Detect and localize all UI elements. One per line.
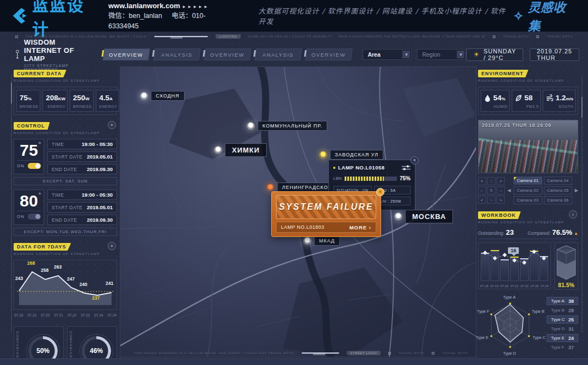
pan-up-button[interactable]: ↑ xyxy=(487,177,495,185)
camera-06-button[interactable]: Camera 06 xyxy=(544,196,572,204)
map-pin-kommunalny[interactable]: КОММУНАЛЬНЫЙ ПР. xyxy=(247,121,327,131)
reset-view-button[interactable]: ↻ xyxy=(487,186,495,194)
wind-icon xyxy=(546,94,553,102)
checkbox-icon xyxy=(388,352,391,355)
camera-02-button[interactable]: Camera 02 xyxy=(513,186,542,194)
type-radar-panel: Type A Type B Type C Type D Type E Type … xyxy=(478,295,578,356)
brightness-value: 75 xyxy=(17,141,41,161)
brightness-value-box: ☀ 80 ON xyxy=(14,190,44,225)
time-row[interactable]: TIME19:00 - 05:30 xyxy=(47,139,117,149)
inspiration-collect[interactable]: ✧ 灵感收集 xyxy=(513,0,576,34)
close-icon[interactable]: × xyxy=(376,188,384,196)
logo-text: 蓝蓝设计 xyxy=(32,0,100,40)
workbook-next-button[interactable]: › xyxy=(569,210,577,218)
panel-title-tag: ENVIRONMENT xyxy=(478,70,529,77)
expand-chart-button[interactable]: + xyxy=(108,242,116,250)
pan-down-right-button[interactable]: ↘ xyxy=(497,196,505,204)
camera-panel: 2019.07.25 THUR 18:26:09 ↖ ↑ ↗ ← ↻ → ↙ ↓… xyxy=(478,120,578,204)
panel-subtitle: RUNNING CONDITION OF STREETLAMP xyxy=(14,252,117,256)
checkbox-icon xyxy=(493,35,495,38)
radar-axis-label: Type F xyxy=(477,309,489,314)
map-pin-zavodskaya[interactable]: ЗАВОДСКАЯ УЛ xyxy=(319,150,383,160)
lbn-label: LBN xyxy=(333,176,342,181)
camera-prev-button[interactable]: ◀ xyxy=(507,188,511,193)
map-pin-skhodnya[interactable]: СХОДНЯ xyxy=(140,91,185,101)
type-row-b[interactable]: Type B28 xyxy=(547,306,578,314)
weather-widget: ☀ SUNNDAY / 29°C xyxy=(466,48,523,61)
left-scrollbar[interactable] xyxy=(11,75,12,332)
stat-card-briness: 75% BRINESS xyxy=(16,90,40,112)
lbn-progress-bar[interactable] xyxy=(345,177,397,181)
dashboard: THE ROADS DIVERGED IN A YELLOW WOOD, WE … xyxy=(0,32,588,365)
time-row[interactable]: TIME19:00 - 05:30 xyxy=(47,190,117,200)
camera-03-button[interactable]: Camera 03 xyxy=(513,196,542,204)
deco-text: TRAVEL BOTH xyxy=(547,35,573,38)
point-label: 247 xyxy=(67,276,75,282)
camera-next-button[interactable]: ▶ xyxy=(575,188,578,193)
deco-text: TRAVEL BOTH xyxy=(503,35,529,38)
camera-controls: ↖ ↑ ↗ ← ↻ → ↙ ↓ ↘ ◀ Camera 01 Camera 04 … xyxy=(478,177,578,204)
city-map[interactable]: СХОДНЯ КОММУНАЛЬНЫЙ ПР. ХИМКИ ЗАВОДСКАЯ … xyxy=(120,66,476,357)
completion-gauge: 81.5% xyxy=(554,242,578,290)
start-date-row[interactable]: START DATE2019.05.01 xyxy=(47,151,117,162)
type-row-a[interactable]: Type A38 xyxy=(547,297,578,305)
env-cards: 54% HUMID 58 PM2.5 xyxy=(478,87,578,115)
system-failure-alert: × SYSTEM FAILURE LAMP NO.L01803 MORE › xyxy=(271,191,381,237)
tab-overview-2[interactable]: OVERVIEW xyxy=(204,48,252,60)
type-row-c[interactable]: Type C25 xyxy=(547,315,578,324)
pin-dot-icon xyxy=(319,151,327,159)
camera-05-button[interactable]: Camera 05 xyxy=(544,186,572,194)
tab-overview-3[interactable]: OVERVIEW xyxy=(305,48,353,60)
schedule-toggle[interactable] xyxy=(28,214,41,220)
pan-left-button[interactable]: ← xyxy=(478,186,486,194)
deco-bottom-strip: TWO ROADS DIVERGED IN A YELLOW WOOD, AND… xyxy=(134,351,468,355)
pan-up-left-button[interactable]: ↖ xyxy=(478,177,486,185)
website-link[interactable]: www.lanlanwork.com xyxy=(108,2,180,10)
pan-up-right-button[interactable]: ↗ xyxy=(497,177,505,185)
add-schedule-button[interactable]: + xyxy=(108,121,116,129)
services-text: 大数据可视化设计 / 软件界面设计 / 网站建设 / 手机及小程序设计 / 软件… xyxy=(258,5,513,26)
camera-feed[interactable]: 2019.07.25 THUR 18:26:09 xyxy=(478,120,578,173)
sun-icon: ☀ xyxy=(473,51,480,58)
chevron-down-icon: ▼ xyxy=(457,51,464,58)
pin-dot-icon xyxy=(266,184,274,192)
start-date-row[interactable]: START DATE2019.05.01 xyxy=(47,202,117,212)
workbook-stats: Outstanding: 23 Compared: 76.5% ▲ xyxy=(478,228,578,239)
type-list: Type A38 Type B28 Type C25 Type D31 Type… xyxy=(547,295,578,356)
camera-01-button[interactable]: Camera 01 xyxy=(513,177,542,185)
arrow-up-icon: ▲ xyxy=(574,231,578,236)
map-pin-mkad[interactable]: МКАД xyxy=(303,236,340,246)
panel-title-tag: CONTROL xyxy=(14,122,50,130)
radar-svg xyxy=(478,295,542,356)
camera-04-button[interactable]: Camera 04 xyxy=(544,177,572,185)
bar-tooltip: 16 xyxy=(508,247,519,254)
type-row-f[interactable]: Type F37 xyxy=(547,343,578,351)
pan-down-button[interactable]: ↓ xyxy=(487,196,495,204)
tab-analysis-2[interactable]: ANALYSIS xyxy=(255,48,302,60)
sliders-icon[interactable] xyxy=(402,165,411,171)
pin-dot-icon xyxy=(394,212,402,221)
area-select[interactable]: Area ▼ xyxy=(363,49,412,60)
close-icon[interactable]: × xyxy=(411,156,419,165)
pan-right-button[interactable]: → xyxy=(497,186,505,194)
lanlan-logo-icon xyxy=(9,7,28,25)
type-row-e[interactable]: Type E24 xyxy=(547,334,578,342)
sparkle-icon: ✧ xyxy=(513,9,523,23)
radar-axis-label: Type D xyxy=(503,351,516,356)
right-scrollbar[interactable] xyxy=(581,75,583,332)
region-select[interactable]: Region ▼ xyxy=(417,49,466,60)
more-button[interactable]: MORE › xyxy=(350,224,371,230)
map-pin-khimki[interactable]: ХИМКИ xyxy=(214,143,267,157)
type-row-d[interactable]: Type D31 xyxy=(547,325,578,333)
pan-down-left-button[interactable]: ↙ xyxy=(478,196,486,204)
end-date-row[interactable]: END DATE2019.09.30 xyxy=(47,215,117,225)
point-label: 263 xyxy=(54,264,62,270)
left-column: CURRENT DATA RUNNING CONDITION OF STREET… xyxy=(14,68,117,365)
tab-overview-1[interactable]: OVERVIEW xyxy=(103,48,150,60)
end-date-row[interactable]: END DATE2019.09.30 xyxy=(47,164,117,174)
tab-analysis-1[interactable]: ANALYSIS xyxy=(154,48,201,60)
week-line-chart: 243 268 258 263 247 240 237 241 07.1807.… xyxy=(14,260,117,310)
cube-gauge-svg xyxy=(555,245,577,281)
schedule-toggle[interactable] xyxy=(28,163,41,169)
map-pin-moskva[interactable]: МОСКВА xyxy=(394,210,453,223)
